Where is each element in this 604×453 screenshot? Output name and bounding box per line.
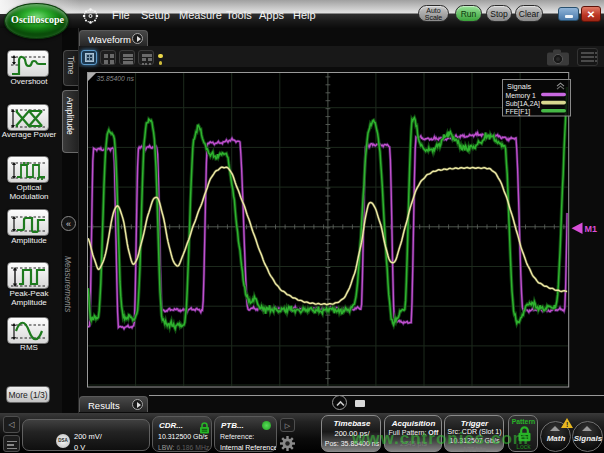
svg-text:Signals: Signals bbox=[507, 82, 532, 91]
svg-text:Memory 1: Memory 1 bbox=[506, 92, 536, 100]
svg-text:35.85400 ns: 35.85400 ns bbox=[97, 75, 135, 82]
svg-text:Sub[1A,2A]: Sub[1A,2A] bbox=[506, 100, 540, 108]
svg-text:FFE[F1]: FFE[F1] bbox=[506, 108, 531, 116]
svg-text:M1: M1 bbox=[585, 224, 598, 234]
